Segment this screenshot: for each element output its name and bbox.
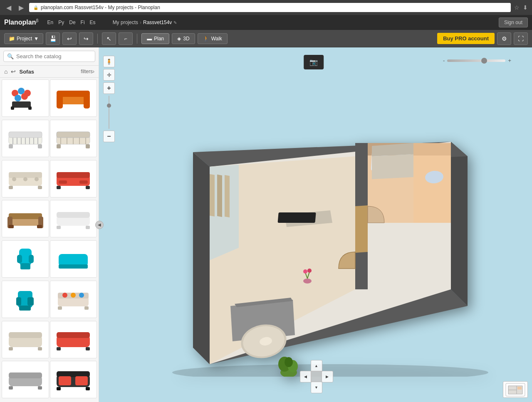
svg-point-36 — [35, 177, 39, 181]
nav-back-button[interactable]: ↩ — [11, 68, 16, 75]
walk-icon: 🚶 — [203, 36, 209, 42]
svg-marker-92 — [451, 142, 468, 306]
list-item[interactable] — [2, 200, 49, 237]
sidebar-grid — [0, 78, 99, 402]
list-item[interactable] — [2, 160, 49, 197]
lang-es[interactable]: Es — [88, 18, 98, 27]
svg-point-113 — [285, 357, 293, 367]
svg-point-4 — [21, 93, 28, 100]
svg-rect-63 — [27, 297, 34, 306]
svg-rect-52 — [57, 212, 90, 218]
url-text: planoplan.com Rassvet154v - My projects … — [41, 5, 160, 10]
svg-rect-73 — [9, 332, 42, 338]
draw-tool-button[interactable]: ⌐ — [119, 32, 133, 45]
nav-right-button[interactable]: ▶ — [322, 371, 333, 382]
list-item[interactable] — [2, 240, 49, 278]
brightness-decrease-button[interactable]: - — [443, 57, 445, 64]
svg-rect-83 — [38, 386, 42, 390]
svg-rect-30 — [57, 144, 61, 148]
url-bar[interactable]: 🔒 planoplan.com Rassvet154v - My project… — [29, 3, 511, 12]
svg-rect-104 — [277, 212, 316, 223]
svg-rect-29 — [57, 132, 90, 138]
list-item[interactable] — [50, 281, 97, 318]
nav-down-button[interactable]: ▼ — [311, 382, 322, 393]
floor-plan — [116, 64, 528, 377]
3d-view-button[interactable]: ◈ 3D — [172, 33, 195, 44]
zoom-out-button[interactable]: − — [103, 131, 115, 142]
lang-fi[interactable]: Fi — [79, 18, 87, 27]
nav-left-button[interactable]: ◀ — [300, 371, 312, 382]
sign-out-button[interactable]: Sign out — [499, 17, 528, 27]
svg-rect-37 — [9, 186, 13, 189]
nav-home-button[interactable]: ⌂ — [4, 68, 7, 75]
folder-icon: 📁 — [9, 36, 15, 42]
svg-rect-38 — [38, 186, 42, 189]
filters-button[interactable]: filters› — [81, 69, 94, 74]
list-item[interactable] — [50, 160, 97, 197]
list-item[interactable] — [2, 120, 49, 157]
svg-rect-40 — [57, 172, 90, 178]
search-input[interactable] — [16, 53, 92, 59]
list-item[interactable] — [50, 200, 97, 237]
list-item[interactable] — [50, 321, 97, 358]
brightness-slider[interactable] — [447, 59, 505, 62]
lang-en[interactable]: En — [45, 18, 56, 27]
nav-pad: ▲ ◀ ▶ ▼ — [300, 360, 332, 392]
forward-button[interactable]: ▶ — [17, 3, 26, 12]
select-tool-button[interactable]: ↖ — [102, 32, 116, 45]
svg-rect-49 — [9, 225, 14, 228]
canvas-controls: 🧍 ✛ + − — [103, 56, 115, 142]
list-item[interactable] — [50, 79, 97, 117]
minimap[interactable] — [503, 381, 528, 398]
svg-rect-116 — [210, 174, 215, 216]
nav-up-button[interactable]: ▲ — [311, 360, 322, 372]
svg-rect-85 — [57, 371, 90, 377]
svg-point-34 — [12, 177, 16, 181]
back-button[interactable]: ◀ — [4, 3, 13, 12]
breadcrumb-home[interactable]: My projects — [113, 20, 138, 25]
list-item[interactable] — [2, 361, 49, 398]
zoom-in-button[interactable]: + — [103, 82, 115, 94]
svg-rect-71 — [84, 306, 89, 310]
search-wrapper[interactable]: 🔍 — [3, 51, 95, 62]
list-item[interactable] — [2, 79, 49, 117]
download-icon[interactable]: ⬇ — [523, 4, 528, 11]
search-area: 🔍 — [0, 47, 99, 66]
redo-button[interactable]: ↪ — [79, 32, 93, 45]
undo-button[interactable]: ↩ — [62, 32, 77, 45]
lang-switcher: En Ру De Fi Es — [45, 18, 98, 27]
svg-rect-82 — [9, 386, 13, 390]
svg-rect-20 — [9, 132, 42, 138]
list-item[interactable] — [2, 321, 49, 358]
person-view-button[interactable]: 🧍 — [103, 56, 115, 67]
bookmark-icon[interactable]: ☆ — [514, 4, 520, 11]
svg-rect-81 — [9, 372, 42, 378]
list-item[interactable] — [50, 361, 97, 398]
project-menu-button[interactable]: 📁 Project ▼ — [4, 33, 43, 44]
lang-ru[interactable]: Ру — [56, 18, 66, 27]
list-item[interactable] — [2, 281, 49, 318]
separator-2 — [137, 34, 137, 44]
collapse-sidebar-button[interactable]: ◀ — [95, 221, 104, 229]
screenshot-button[interactable]: 📷 — [304, 55, 324, 69]
svg-rect-58 — [20, 263, 30, 269]
svg-rect-53 — [57, 226, 61, 229]
settings-button[interactable]: ⚙ — [497, 32, 511, 45]
compass-button[interactable]: ✛ — [103, 69, 115, 81]
svg-rect-62 — [16, 297, 21, 306]
breadcrumb-current: Rassvet154v ✎ — [143, 20, 177, 25]
camera-icon: 📷 — [309, 58, 318, 66]
edit-project-name-icon[interactable]: ✎ — [173, 20, 177, 25]
fullscreen-button[interactable]: ⛶ — [514, 32, 528, 45]
lang-de[interactable]: De — [67, 18, 77, 27]
save-button[interactable]: 💾 — [46, 32, 60, 45]
plan-view-button[interactable]: ▬ Plan — [141, 33, 169, 44]
svg-rect-78 — [57, 347, 61, 350]
brightness-increase-button[interactable]: + — [508, 57, 511, 64]
canvas-area[interactable]: 📷 - + 🧍 ✛ + − — [99, 47, 532, 402]
svg-point-122 — [303, 279, 312, 284]
list-item[interactable] — [50, 120, 97, 157]
buy-pro-button[interactable]: Buy PRO account — [437, 33, 495, 44]
list-item[interactable] — [50, 240, 97, 278]
walk-view-button[interactable]: 🚶 Walk — [198, 33, 228, 44]
